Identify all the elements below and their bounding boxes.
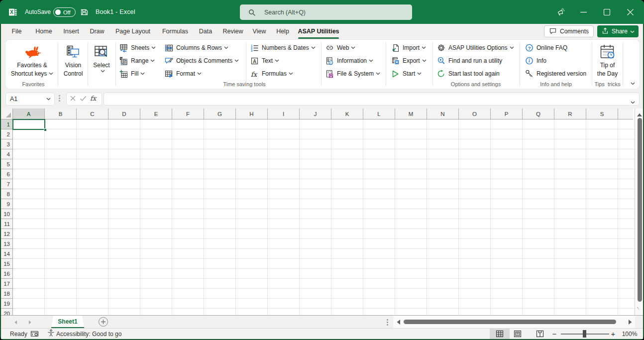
share-button[interactable]: Share [597, 25, 639, 37]
ribbon-button-format[interactable]: Format [165, 68, 202, 80]
comments-button[interactable]: Comments [544, 25, 594, 37]
column-header-c[interactable]: C [77, 109, 108, 119]
vertical-scrollbar[interactable] [635, 109, 643, 315]
tab-review[interactable]: Review [223, 24, 243, 39]
row-header-17[interactable]: 17 [1, 279, 12, 289]
column-header-i[interactable]: I [268, 109, 300, 119]
column-header-s[interactable]: S [586, 109, 618, 119]
column-header-p[interactable]: P [491, 109, 523, 119]
column-header-a[interactable]: A [13, 109, 45, 119]
row-header-3[interactable]: 3 [1, 139, 12, 149]
ribbon-button-information[interactable]: Information [325, 55, 373, 67]
ribbon-button-numbers-dates[interactable]: 123 Numbers & Dates [250, 42, 316, 54]
tab-data[interactable]: Data [199, 24, 212, 39]
zoom-in-button[interactable]: + [608, 329, 619, 339]
sheet-tab-sheet1[interactable]: Sheet1 [51, 316, 84, 328]
row-header-14[interactable]: 14 [1, 249, 12, 259]
excel-app-icon[interactable]: X [8, 0, 17, 24]
column-header-l[interactable]: L [363, 109, 395, 119]
ribbon-button-web[interactable]: Web [325, 42, 355, 54]
ribbon-button-formulas[interactable]: fxFormulas [250, 68, 293, 80]
row-header-6[interactable]: 6 [1, 169, 12, 179]
tab-file[interactable]: File [11, 24, 21, 39]
ribbon-button-asap-utilities-options[interactable]: ASAP Utilities Options [437, 42, 514, 54]
page-layout-view-button[interactable] [508, 329, 528, 339]
save-button[interactable] [80, 0, 89, 24]
row-header-7[interactable]: 7 [1, 179, 12, 189]
row-header-11[interactable]: 11 [1, 219, 12, 229]
ribbon-button-start[interactable]: Start [391, 68, 422, 80]
tab-formulas[interactable]: Formulas [162, 24, 188, 39]
tab-help[interactable]: Help [276, 24, 289, 39]
ribbon-button-columns-rows[interactable]: Columns & Rows [165, 42, 228, 54]
row-header-9[interactable]: 9 [1, 199, 12, 209]
close-button[interactable] [619, 0, 642, 24]
column-header-partial[interactable] [618, 109, 633, 119]
cells-area[interactable] [13, 119, 635, 315]
zoom-slider-thumb[interactable] [583, 330, 586, 338]
ribbon-button-find-and-run-a-utility[interactable]: Find and run a utility [437, 55, 502, 67]
row-header-4[interactable]: 4 [1, 149, 12, 159]
column-header-b[interactable]: B [45, 109, 77, 119]
scroll-down-arrow-icon[interactable] [637, 304, 643, 313]
ribbon-button-info[interactable]: Info [525, 55, 546, 67]
row-header-10[interactable]: 10 [1, 209, 12, 219]
tab-page-layout[interactable]: Page Layout [115, 24, 150, 39]
column-header-g[interactable]: G [204, 109, 236, 119]
row-header-19[interactable]: 19 [1, 299, 12, 309]
column-header-h[interactable]: H [236, 109, 268, 119]
ribbon-button-file-system[interactable]: File & System [325, 68, 380, 80]
vertical-scroll-thumb[interactable] [638, 118, 642, 302]
column-header-e[interactable]: E [140, 109, 172, 119]
ribbon-button-import[interactable]: Import [391, 42, 426, 54]
maximize-button[interactable] [595, 0, 618, 24]
tab-insert[interactable]: Insert [63, 24, 79, 39]
ribbon-button-text[interactable]: AText [250, 55, 279, 67]
ribbon-button-export[interactable]: Export [391, 55, 427, 67]
chevron-down-icon[interactable] [631, 97, 635, 106]
ribbon-button-fill[interactable]: Fill [119, 68, 145, 80]
column-header-j[interactable]: J [300, 109, 331, 119]
macro-record-icon[interactable] [30, 330, 39, 338]
autosave-toggle[interactable]: Off [53, 7, 76, 17]
row-header-18[interactable]: 18 [1, 289, 12, 299]
tab-asap-utilities[interactable]: ASAP Utilities [298, 24, 339, 39]
ribbon-button-range[interactable]: Range [119, 55, 155, 67]
accessibility-status[interactable]: Accessibility: Good to go [47, 329, 121, 339]
minimize-button[interactable] [572, 0, 595, 24]
collapse-ribbon-button[interactable] [627, 78, 639, 89]
zoom-level[interactable]: 100% [621, 329, 638, 339]
row-header-8[interactable]: 8 [1, 189, 12, 199]
column-header-q[interactable]: Q [523, 109, 554, 119]
column-header-m[interactable]: M [395, 109, 427, 119]
formula-bar-grip[interactable] [59, 95, 60, 102]
column-header-o[interactable]: O [459, 109, 491, 119]
column-header-n[interactable]: N [427, 109, 459, 119]
enter-icon[interactable] [80, 95, 87, 104]
ribbon-button-registered-version[interactable]: Registered version [525, 68, 586, 80]
column-header-f[interactable]: F [172, 109, 204, 119]
row-header-16[interactable]: 16 [1, 269, 12, 279]
page-break-view-button[interactable] [530, 329, 550, 339]
tab-draw[interactable]: Draw [90, 24, 104, 39]
column-header-d[interactable]: D [108, 109, 140, 119]
tab-home[interactable]: Home [35, 24, 52, 39]
tab-view[interactable]: View [253, 24, 266, 39]
sheet-next-icon[interactable] [26, 318, 34, 326]
ribbon-button-objects-comments[interactable]: Objects & Comments [165, 55, 239, 67]
column-header-k[interactable]: K [331, 109, 363, 119]
cancel-icon[interactable] [70, 95, 76, 104]
sheet-prev-icon[interactable] [12, 318, 20, 326]
row-header-13[interactable]: 13 [1, 239, 12, 249]
normal-view-button[interactable] [490, 329, 510, 339]
horizontal-scroll-thumb[interactable] [404, 320, 616, 324]
row-header-20[interactable]: 20 [1, 309, 12, 315]
row-header-1[interactable]: 1 [1, 119, 12, 129]
ribbon-button-start-last-tool-again[interactable]: Start last tool again [437, 68, 500, 80]
formula-input[interactable] [104, 93, 640, 106]
scroll-right-arrow-icon[interactable] [628, 318, 633, 327]
row-header-12[interactable]: 12 [1, 229, 12, 239]
fill-handle[interactable] [44, 128, 47, 132]
row-header-2[interactable]: 2 [1, 129, 12, 139]
row-header-5[interactable]: 5 [1, 159, 12, 169]
